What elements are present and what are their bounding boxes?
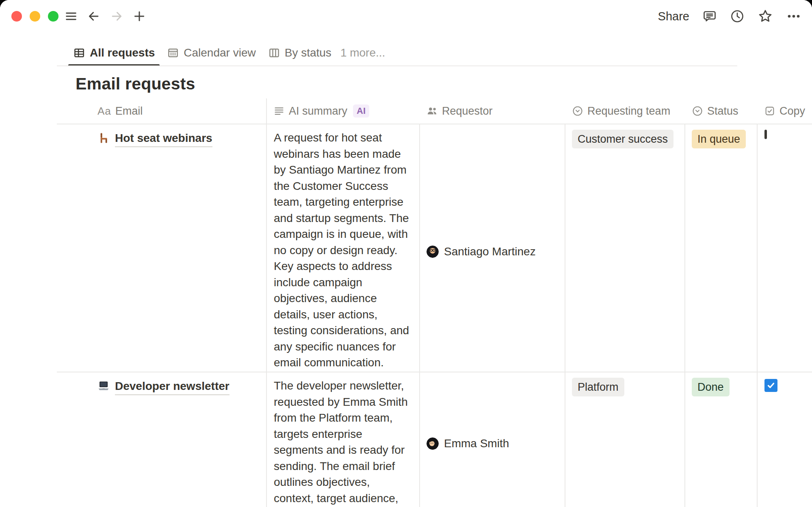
screenshot-root: Share — [0, 0, 812, 507]
table-row-2-requesting-team[interactable]: Platform — [565, 372, 685, 507]
tab-label: By status — [285, 46, 331, 59]
laptop-icon — [97, 380, 110, 392]
app-window: Share — [0, 0, 812, 507]
close-window-button[interactable] — [11, 11, 22, 22]
comments-icon[interactable] — [702, 9, 717, 24]
more-ellipsis-icon[interactable] — [786, 9, 801, 24]
table-row-2-status[interactable]: Done — [685, 372, 758, 507]
favorite-star-icon[interactable] — [758, 9, 773, 24]
page-link[interactable]: Developer newsletter — [115, 379, 230, 395]
share-button[interactable]: Share — [658, 10, 689, 23]
board-view-icon — [268, 47, 280, 59]
column-label: AI summary — [289, 105, 347, 118]
tabbar-divider — [57, 65, 737, 66]
team-tag: Platform — [572, 378, 624, 396]
column-label: Copy — [780, 105, 805, 118]
column-header-status[interactable]: Status — [685, 98, 758, 124]
copy-checkbox-unchecked[interactable] — [764, 130, 767, 139]
column-header-copy[interactable]: Copy — [758, 98, 812, 124]
chair-icon — [97, 132, 110, 144]
table-row-1-requesting-team[interactable]: Customer success — [565, 124, 685, 372]
table-row-1-status[interactable]: In queue — [685, 124, 758, 372]
column-label: Requestor — [442, 105, 493, 118]
minimize-window-button[interactable] — [30, 11, 40, 22]
updates-clock-icon[interactable] — [730, 9, 745, 24]
nav-controls — [64, 0, 146, 33]
column-header-requestor[interactable]: Requestor — [420, 98, 565, 124]
select-circle-icon — [692, 105, 703, 117]
table-row-2-email[interactable]: Developer newsletter — [57, 372, 267, 507]
column-label: Status — [707, 105, 738, 118]
status-tag: In queue — [692, 130, 746, 148]
tab-all-requests[interactable]: All requests — [68, 41, 160, 65]
requestor-name: Santiago Martinez — [444, 245, 536, 258]
ai-badge: AI — [353, 104, 369, 118]
traffic-lights — [11, 11, 58, 22]
titlebar: Share — [0, 0, 812, 33]
status-tag: Done — [692, 378, 730, 396]
new-tab-icon[interactable] — [132, 9, 146, 23]
table-row-2-ai-summary[interactable]: The developer newsletter, requested by E… — [267, 372, 420, 507]
requestor-name: Emma Smith — [444, 437, 509, 450]
tab-by-status[interactable]: By status — [263, 41, 336, 65]
select-circle-icon — [572, 105, 583, 117]
tab-calendar-view[interactable]: Calendar view — [162, 41, 260, 65]
column-header-ai-summary[interactable]: AI summary AI — [267, 98, 420, 124]
column-header-email[interactable]: Aa Email — [57, 98, 267, 124]
avatar — [427, 246, 439, 258]
table-row-1-ai-summary[interactable]: A request for hot seat webinars has been… — [267, 124, 420, 372]
titlebar-actions: Share — [658, 0, 801, 33]
table-row-1-requestor[interactable]: Santiago Martinez — [420, 124, 565, 372]
align-left-icon — [273, 105, 285, 117]
column-header-requesting-team[interactable]: Requesting team — [565, 98, 685, 124]
table-row-1-email[interactable]: Hot seat webinars — [57, 124, 267, 372]
tab-more-views[interactable]: 1 more... — [339, 41, 390, 65]
tab-label: Calendar view — [184, 46, 256, 59]
forward-icon[interactable] — [110, 9, 123, 23]
team-tag: Customer success — [572, 130, 673, 148]
calendar-view-icon — [167, 47, 179, 59]
people-icon — [427, 105, 438, 117]
tab-label: 1 more... — [340, 46, 385, 59]
text-type-icon: Aa — [97, 105, 111, 118]
column-label: Email — [115, 105, 143, 118]
checkbox-icon — [764, 105, 775, 117]
ai-summary-text: A request for hot seat webinars has been… — [274, 131, 409, 369]
column-label: Requesting team — [587, 105, 670, 118]
table-row-2-requestor[interactable]: Emma Smith — [420, 372, 565, 507]
ai-summary-text: The developer newsletter, requested by E… — [274, 379, 408, 507]
avatar — [427, 437, 439, 450]
table-row-1-copy[interactable] — [758, 124, 812, 372]
table-view-icon — [73, 47, 85, 59]
zoom-window-button[interactable] — [48, 11, 58, 22]
page-link[interactable]: Hot seat webinars — [115, 131, 212, 147]
menu-icon[interactable] — [64, 9, 78, 23]
page-title: Email requests — [76, 74, 195, 94]
copy-checkbox-checked[interactable] — [764, 379, 777, 392]
back-icon[interactable] — [87, 9, 101, 23]
table-row-2-copy[interactable] — [758, 372, 812, 507]
tab-label: All requests — [90, 46, 155, 59]
view-tabbar: All requests Calendar view By status 1 m… — [57, 41, 812, 67]
email-requests-table: Aa Email AI summary AI Requestor — [57, 98, 812, 507]
